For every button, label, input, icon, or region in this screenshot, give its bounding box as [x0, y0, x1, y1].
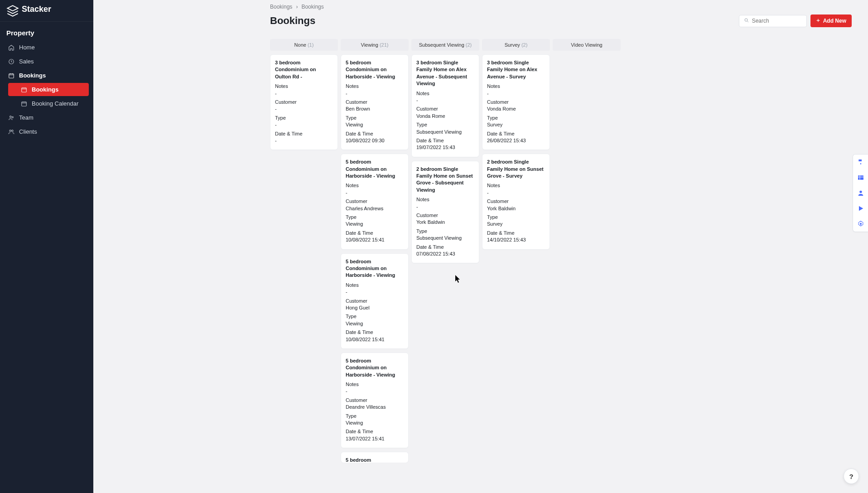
- field-label-notes: Notes: [346, 282, 404, 289]
- grid-icon[interactable]: [857, 174, 865, 182]
- field-label-datetime: Date & Time: [487, 130, 545, 137]
- help-icon: ?: [849, 473, 853, 480]
- column-count: (2): [466, 42, 472, 48]
- booking-card[interactable]: 3 bedroom Single Family Home on Alex Ave…: [411, 54, 479, 157]
- booking-card[interactable]: 5 bedroom Condominium on Harborside - Vi…: [341, 353, 409, 448]
- field-label-notes: Notes: [416, 90, 474, 97]
- breadcrumb-current: Bookings: [301, 4, 323, 10]
- page-title: Bookings: [270, 15, 315, 27]
- field-value-customer: Ben Brown: [346, 106, 404, 112]
- column-header[interactable]: Video Viewing: [553, 39, 621, 51]
- field-value-notes: -: [416, 203, 474, 210]
- field-value-notes: -: [346, 90, 404, 97]
- field-value-type: Viewing: [346, 420, 404, 426]
- app-name: Stacker: [22, 5, 51, 14]
- field-value-notes: -: [346, 189, 404, 196]
- sidebar-subitem-label: Booking Calendar: [32, 100, 78, 107]
- play-icon[interactable]: [857, 204, 865, 213]
- field-value-type: -: [275, 121, 333, 128]
- field-label-customer: Customer: [275, 99, 333, 106]
- column-header[interactable]: None (1): [270, 39, 338, 51]
- user-icon[interactable]: [857, 189, 865, 197]
- booking-card[interactable]: 5 bedroom Condominium on Harborside - Vi…: [341, 452, 409, 463]
- calendar-icon: [21, 101, 27, 107]
- field-value-datetime: 10/08/2022 09:30: [346, 137, 404, 144]
- kanban-column: Viewing (21)5 bedroom Condominium on Har…: [341, 39, 409, 463]
- field-value-notes: -: [346, 388, 404, 395]
- add-new-button[interactable]: Add New: [810, 14, 852, 27]
- sidebar-item-sales[interactable]: Sales: [2, 55, 92, 68]
- field-value-customer: Vonda Rome: [416, 113, 474, 120]
- column-name: Viewing: [361, 42, 380, 48]
- column-header[interactable]: Viewing (21): [341, 39, 409, 51]
- sidebar-item-team[interactable]: Team: [2, 111, 92, 124]
- field-label-datetime: Date & Time: [346, 329, 404, 336]
- card-title: 2 bedroom Single Family Home on Sunset G…: [487, 159, 545, 179]
- booking-card[interactable]: 5 bedroom Condominium on Harborside - Vi…: [341, 154, 409, 249]
- svg-point-8: [12, 130, 13, 131]
- field-value-type: Subsequent Viewing: [416, 129, 474, 135]
- booking-card[interactable]: 2 bedroom Single Family Home on Sunset G…: [482, 154, 550, 249]
- main-area: Bookings › Bookings Bookings Add New: [93, 0, 868, 493]
- field-label-customer: Customer: [346, 99, 404, 106]
- field-label-type: Type: [346, 115, 404, 121]
- field-value-customer: Charles Andrews: [346, 205, 404, 212]
- plus-icon: [816, 18, 820, 24]
- gear-icon[interactable]: [857, 220, 865, 228]
- sidebar-item-home[interactable]: Home: [2, 41, 92, 54]
- sidebar-item-label: Clients: [19, 128, 37, 135]
- column-header[interactable]: Survey (2): [482, 39, 550, 51]
- card-title: 5 bedroom Condominium on Harborside - Vi…: [346, 457, 404, 463]
- paint-icon[interactable]: [857, 158, 865, 166]
- help-button[interactable]: ?: [844, 469, 859, 484]
- field-value-type: Viewing: [346, 221, 404, 227]
- field-label-datetime: Date & Time: [275, 130, 333, 137]
- field-label-notes: Notes: [275, 83, 333, 90]
- sidebar-subitem-bookings[interactable]: Bookings: [8, 83, 89, 96]
- field-value-type: Survey: [487, 221, 545, 227]
- field-value-type: Viewing: [346, 320, 404, 327]
- booking-card[interactable]: 5 bedroom Condominium on Harborside - Vi…: [341, 253, 409, 349]
- breadcrumb-separator: ›: [296, 4, 298, 10]
- calendar-icon: [8, 72, 14, 79]
- breadcrumb-root[interactable]: Bookings: [270, 4, 292, 10]
- field-value-datetime: 10/08/2022 15:41: [346, 336, 404, 343]
- search-input[interactable]: [752, 18, 820, 24]
- app-logo[interactable]: Stacker: [0, 0, 93, 22]
- svg-rect-3: [22, 87, 27, 92]
- sidebar-item-label: Bookings: [19, 72, 46, 79]
- field-label-customer: Customer: [416, 212, 474, 219]
- field-value-type: Subsequent Viewing: [416, 235, 474, 242]
- card-title: 5 bedroom Condominium on Harborside - Vi…: [346, 358, 404, 378]
- column-header[interactable]: Subsequent Viewing (2): [411, 39, 479, 51]
- field-value-datetime: 19/07/2022 15:43: [416, 144, 474, 151]
- field-label-notes: Notes: [346, 182, 404, 189]
- booking-card[interactable]: 3 bedroom Single Family Home on Alex Ave…: [482, 54, 550, 150]
- kanban-column: Video Viewing: [553, 39, 621, 463]
- svg-point-6: [12, 116, 13, 118]
- booking-card[interactable]: 3 bedroom Condominium on Oulton Rd -Note…: [270, 54, 338, 150]
- card-title: 5 bedroom Condominium on Harborside - Vi…: [346, 159, 404, 179]
- sidebar-item-clients[interactable]: Clients: [2, 125, 92, 138]
- booking-card[interactable]: 5 bedroom Condominium on Harborside - Vi…: [341, 54, 409, 150]
- column-count: (2): [521, 42, 527, 48]
- sidebar-item-label: Sales: [19, 58, 34, 65]
- field-value-customer: York Baldwin: [487, 205, 545, 212]
- calendar-icon: [21, 87, 27, 93]
- field-label-datetime: Date & Time: [346, 230, 404, 237]
- kanban-column: None (1)3 bedroom Condominium on Oulton …: [270, 39, 338, 463]
- sidebar-item-bookings[interactable]: Bookings: [2, 69, 92, 82]
- search-input-wrapper[interactable]: [739, 15, 807, 27]
- field-value-type: Viewing: [346, 121, 404, 128]
- field-label-customer: Customer: [487, 99, 545, 106]
- breadcrumb: Bookings › Bookings: [270, 4, 852, 10]
- field-label-type: Type: [346, 413, 404, 420]
- booking-card[interactable]: 2 bedroom Single Family Home on Sunset G…: [411, 161, 479, 264]
- sidebar-subitem-booking-calendar[interactable]: Booking Calendar: [8, 97, 89, 110]
- sidebar-section-label: Property: [0, 22, 93, 40]
- svg-point-7: [10, 130, 11, 131]
- column-name: Video Viewing: [571, 42, 602, 48]
- sidebar: Stacker Property Home Sales Bookings Boo…: [0, 0, 93, 493]
- svg-point-12: [860, 223, 862, 225]
- svg-point-9: [745, 19, 747, 21]
